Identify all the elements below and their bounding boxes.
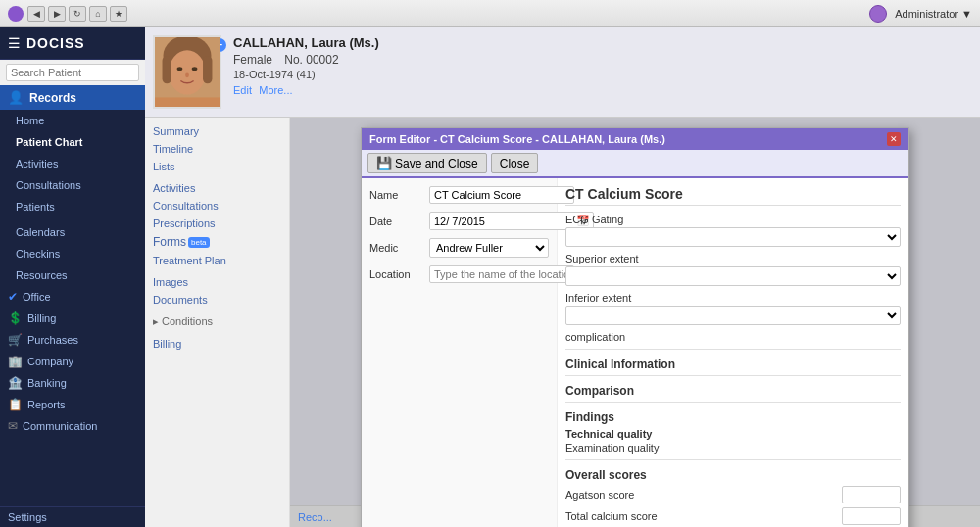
name-label: Name: [369, 189, 423, 201]
inferior-row: Inferior extent Option 1: [565, 292, 901, 325]
location-field-row: Location: [369, 265, 549, 283]
svg-rect-4: [203, 56, 212, 83]
sidebar: ☰ DOCISS 👤 Records Home Patient Chart Ac…: [0, 27, 145, 527]
close-button[interactable]: Close: [491, 153, 539, 173]
superior-select[interactable]: Option 1: [565, 266, 901, 286]
sidebar-item-checkins[interactable]: Checkins: [0, 243, 145, 264]
ecg-select[interactable]: Option 1: [565, 227, 901, 247]
sidebar-search-area: [0, 60, 145, 85]
complication-row: complication: [565, 331, 901, 343]
nav-buttons: ◀ ▶ ↻ ⌂ ★: [27, 6, 127, 22]
home-button[interactable]: ⌂: [89, 6, 107, 22]
location-input[interactable]: [429, 265, 574, 283]
sidebar-item-company[interactable]: 🏢 Company: [0, 351, 145, 372]
bookmark-button[interactable]: ★: [110, 6, 127, 22]
exam-label: Examination quality: [565, 442, 901, 454]
subnav-images[interactable]: Images: [145, 273, 289, 291]
sidebar-item-home[interactable]: Home: [0, 110, 145, 131]
forms-badge: beta: [188, 237, 210, 248]
form-editor-modal: Form Editor - CT Calcium Score - CALLAHA…: [361, 127, 909, 527]
sidebar-item-reports[interactable]: 📋 Reports: [0, 394, 145, 415]
settings-button[interactable]: Settings: [0, 506, 145, 527]
subnav-lists[interactable]: Lists: [145, 158, 289, 175]
communication-label: Communication: [23, 420, 97, 432]
sidebar-item-activities[interactable]: Activities: [0, 153, 145, 174]
sidebar-item-purchases[interactable]: 🛒 Purchases: [0, 329, 145, 351]
sidebar-item-calendars[interactable]: Calendars: [0, 221, 145, 243]
patient-avatar-svg: [155, 35, 220, 109]
total-calcium-input[interactable]: [842, 507, 901, 525]
close-label: Close: [500, 157, 530, 170]
svg-point-7: [185, 72, 189, 77]
back-button[interactable]: ◀: [27, 6, 45, 22]
patient-gender: Female: [233, 53, 272, 67]
sidebar-item-patient-chart[interactable]: Patient Chart: [0, 131, 145, 153]
sidebar-item-resources[interactable]: Resources: [0, 264, 145, 286]
search-input[interactable]: [6, 64, 139, 81]
save-icon: 💾: [376, 156, 392, 170]
office-label: Office: [23, 291, 51, 303]
modal-body: Name Date 📅: [362, 178, 908, 527]
subnav-forms[interactable]: Forms beta: [145, 232, 289, 252]
content-area: + CALLAHAN, Laura (Ms.) Female No. 00002…: [145, 27, 980, 527]
sidebar-item-consultations[interactable]: Consultations: [0, 174, 145, 196]
subnav-summary[interactable]: Summary: [145, 122, 289, 140]
divider-3: [565, 402, 901, 403]
modal-titlebar: Form Editor - CT Calcium Score - CALLAHA…: [362, 128, 908, 150]
patient-dob: 18-Oct-1974 (41): [233, 69, 976, 80]
patient-photo-container: +: [145, 27, 229, 117]
forward-button[interactable]: ▶: [48, 6, 66, 22]
save-close-button[interactable]: 💾 Save and Close: [368, 153, 487, 173]
purchases-icon: 🛒: [8, 333, 23, 347]
technical-title: Technical quality: [565, 428, 901, 440]
refresh-button[interactable]: ↻: [69, 6, 86, 22]
subnav-activities[interactable]: Activities: [145, 179, 289, 197]
forms-label: Forms: [153, 235, 186, 249]
records-label: Records: [29, 91, 76, 105]
patient-header: + CALLAHAN, Laura (Ms.) Female No. 00002…: [145, 27, 980, 118]
agatson-label: Agatson score: [565, 489, 834, 501]
ecg-label: ECG Gating: [565, 214, 901, 225]
agatson-input[interactable]: [842, 486, 901, 503]
subnav-prescriptions[interactable]: Prescriptions: [145, 215, 289, 232]
sidebar-item-banking[interactable]: 🏦 Banking: [0, 372, 145, 394]
hamburger-icon[interactable]: ☰: [8, 35, 21, 51]
sidebar-item-communication[interactable]: ✉ Communication: [0, 415, 145, 437]
subnav-treatment-plan[interactable]: Treatment Plan: [145, 252, 289, 269]
name-field-row: Name: [369, 186, 549, 204]
name-input[interactable]: [429, 186, 574, 204]
sidebar-header: ☰ DOCISS: [0, 27, 145, 60]
location-label: Location: [369, 268, 423, 280]
main-content: Form Editor - CT Calcium Score - CALLAHA…: [290, 118, 980, 527]
medic-select[interactable]: Andrew Fuller: [429, 238, 549, 258]
billing-icon: 💲: [8, 311, 23, 325]
help-icon[interactable]: [869, 5, 887, 23]
date-input[interactable]: [430, 214, 573, 229]
findings-title: Findings: [565, 410, 901, 424]
edit-link[interactable]: Edit: [233, 84, 252, 96]
clinical-title: Clinical Information: [565, 358, 901, 371]
reports-icon: 📋: [8, 398, 23, 411]
patient-number: No. 00002: [284, 53, 338, 67]
sidebar-item-patients[interactable]: Patients: [0, 196, 145, 217]
total-calcium-label: Total calcium score: [565, 510, 834, 522]
medic-label: Medic: [369, 242, 423, 254]
office-icon: ✔: [8, 290, 18, 304]
subnav-timeline[interactable]: Timeline: [145, 140, 289, 158]
svg-point-5: [177, 67, 183, 71]
more-link[interactable]: More...: [259, 84, 292, 96]
total-calcium-row: Total calcium score: [565, 507, 901, 525]
sidebar-item-billing[interactable]: 💲 Billing: [0, 308, 145, 329]
ecg-row: ECG Gating Option 1: [565, 214, 901, 247]
subnav-billing[interactable]: Billing: [145, 335, 289, 353]
subnav-conditions-group[interactable]: ▸ Conditions: [145, 312, 289, 331]
inferior-select[interactable]: Option 1: [565, 306, 901, 325]
sidebar-item-office[interactable]: ✔ Office: [0, 286, 145, 308]
admin-label[interactable]: Administrator ▼: [895, 8, 972, 20]
sidebar-records-section[interactable]: 👤 Records: [0, 85, 145, 110]
subnav-consultations[interactable]: Consultations: [145, 197, 289, 215]
modal-window-close[interactable]: ✕: [887, 132, 901, 146]
agatson-row: Agatson score: [565, 486, 901, 503]
app-logo-icon: [8, 6, 24, 22]
subnav-documents[interactable]: Documents: [145, 291, 289, 309]
